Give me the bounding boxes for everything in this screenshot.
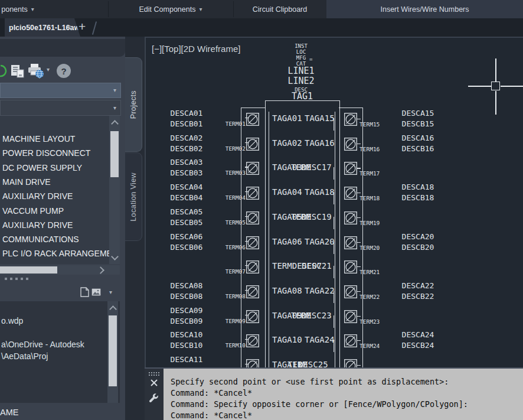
terminal-symbol (344, 310, 357, 323)
plc-tag-text: TAGA20 (305, 237, 335, 246)
refresh-icon[interactable] (0, 64, 7, 77)
terminal-symbol (246, 138, 259, 151)
plc-term-label-right: TERM21 (359, 269, 380, 275)
close-icon[interactable] (150, 379, 158, 387)
plc-term-label-right: TERM24 (359, 343, 380, 349)
ribbon-panel-label: Circuit Clipboard (253, 5, 307, 14)
list-item[interactable]: AUXILIARY DRIVE (2, 220, 73, 230)
list-item[interactable]: MAIN DRIVE (2, 177, 51, 187)
plc-tag-text: DESC21 (302, 262, 332, 271)
terminal-symbol (246, 334, 259, 347)
drawing-tab-bar: plcio50e1761-L16awa* × + (0, 18, 523, 37)
plc-desc-left-b: DESCB06 (171, 243, 203, 252)
details-doc-icon[interactable] (80, 287, 89, 297)
list-item[interactable]: COMMUNICATIONS (2, 235, 79, 244)
print-web-icon[interactable] (27, 63, 45, 79)
list-item[interactable]: VACCUM PUMP (2, 206, 64, 216)
list-item[interactable]: AUXILIARY DRIVE (2, 191, 73, 201)
list-item[interactable]: POWER DISCONNECT (2, 148, 90, 158)
plc-desc-right-a: DESCA16 (402, 134, 434, 142)
hscroll-thumb[interactable] (0, 266, 57, 274)
command-panel-grip-strip[interactable] (145, 369, 164, 420)
command-line-panel[interactable]: Specify second point or <use first point… (145, 367, 523, 420)
plc-desc-left-b: DESCB10 (171, 341, 203, 350)
terminal-symbol (344, 285, 357, 298)
plc-desc-left-a: DESCA02 (171, 134, 203, 142)
wrench-icon[interactable] (148, 393, 160, 406)
tab-label: Location View (129, 172, 138, 222)
plc-term-label-right: TERM15 (359, 122, 380, 128)
plc-desc-left-a: DESCA03 (171, 158, 203, 167)
list-item[interactable]: PLC I/O RACK 1 / SLOT 1 A (2, 263, 106, 264)
preview-image-icon[interactable] (91, 288, 101, 296)
terminal-symbol (246, 310, 259, 323)
terminal-symbol (344, 359, 357, 367)
scroll-thumb[interactable] (110, 131, 119, 177)
plc-term-label-left: TERM09 (225, 318, 246, 324)
palette-tab-location-view[interactable]: Location View (125, 152, 142, 241)
panel-splitter-grip[interactable] (5, 278, 28, 280)
command-history[interactable]: Specify second point or <use first point… (171, 376, 468, 420)
scroll-thumb[interactable] (109, 315, 117, 386)
wire-stub (334, 217, 334, 229)
plc-tag-text: TAGA16 (305, 139, 335, 148)
plc-tag-text: TAGA22 (305, 286, 335, 295)
crosshair-pickbox (491, 82, 500, 90)
crosshair-cursor (495, 58, 496, 82)
crosshair-cursor (501, 86, 523, 87)
crosshair-cursor (468, 86, 491, 87)
drawing-canvas[interactable]: [−][Top][2D Wireframe] INST LOC MFG = CA… (145, 37, 523, 367)
plc-desc-left-a: DESCA10 (171, 331, 203, 339)
details-dropdown-caret[interactable]: ▾ (109, 289, 112, 295)
plc-term-label-left: TERM01 (225, 121, 246, 127)
list-item[interactable]: PLC I/O RACK ARRANGEME (2, 249, 112, 258)
plc-term-label-left: TERM03 (225, 170, 246, 176)
chevron-down-icon: ▾ (199, 6, 202, 12)
terminal-symbol (344, 211, 357, 224)
terminal-symbol (246, 236, 259, 249)
wire-stub (334, 266, 334, 278)
report-icon[interactable] (11, 64, 25, 78)
plc-desc-right-b: DESCB24 (402, 341, 434, 350)
wire-stub (334, 192, 334, 204)
plc-tag-text: TAGA15 (305, 114, 335, 123)
list-item[interactable]: DC POWER SUPPLY (2, 163, 82, 172)
plc-desc-right-b: DESCB16 (402, 145, 434, 153)
plc-desc-left-a: DESCA01 (171, 109, 203, 118)
plc-desc-right-a: DESCA15 (402, 109, 434, 118)
drag-grip-dots[interactable] (148, 372, 159, 376)
new-tab-button[interactable]: + (79, 19, 86, 34)
terminal-symbol (246, 211, 259, 224)
ribbon-panel-components[interactable]: ponents ▾ (0, 0, 35, 18)
plc-term-label-right: TERM22 (359, 294, 380, 300)
plc-tag-text: TAGA10 (272, 336, 302, 344)
plc-term-label-right: TERM20 (359, 245, 380, 251)
plc-desc-right-b: DESCB22 (402, 292, 434, 301)
print-dropdown-caret[interactable]: ▾ (47, 67, 50, 73)
terminal-symbol (344, 138, 357, 151)
list-item[interactable]: MACHINE LAYOUT (2, 134, 75, 144)
palette-tab-projects[interactable]: Projects (125, 57, 142, 152)
crosshair-cursor (495, 91, 496, 115)
plc-desc-left-b: DESCB05 (171, 219, 203, 227)
project-combo[interactable]: ▾ (0, 83, 121, 98)
plc-desc-left-b: DESCB03 (171, 169, 203, 177)
help-icon[interactable]: ? (57, 64, 71, 78)
terminal-symbol (246, 261, 259, 274)
terminal-symbol (344, 187, 357, 200)
plc-tag-text: TAGA08 (272, 286, 302, 295)
terminal-symbol (246, 359, 259, 367)
close-icon[interactable]: × (67, 22, 71, 31)
plc-desc-right-b: DESCB15 (402, 120, 434, 128)
detail-line: \AeData\Proj (1, 351, 48, 361)
plc-term-label-left: TERM07 (225, 269, 246, 275)
drawing-list-combo[interactable]: ▾ (0, 100, 121, 116)
wire-stub (334, 118, 334, 131)
plc-tag-text: TAGA04 (272, 188, 302, 197)
plc-tag-text: DESC17 (302, 163, 332, 172)
plc-desc-left-a: DESCA06 (171, 233, 203, 241)
detail-line: o.wdp (1, 316, 23, 325)
plc-tag-text: TAGA01 (272, 114, 302, 123)
ribbon-panel-edit-components[interactable]: Edit Components ▾ (108, 0, 233, 18)
wire-stub (334, 242, 334, 254)
